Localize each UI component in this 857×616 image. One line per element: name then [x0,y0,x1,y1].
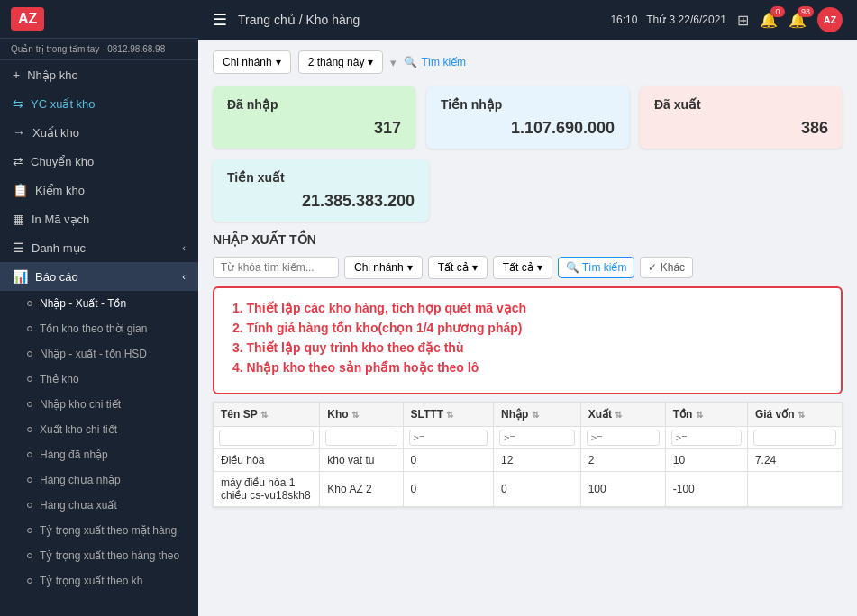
search-label: Tìm kiếm [421,56,466,68]
filter-ten-sp[interactable] [219,430,314,446]
breadcrumb-home[interactable]: Trang chủ [238,13,296,27]
sidebar-item-yc-xuat-kho[interactable]: ⇆ YC xuất kho [0,89,198,118]
col-header-xuat[interactable]: Xuất ⇅ [580,403,665,427]
period-filter[interactable]: 2 tháng này ▾ [298,50,384,74]
sidebar-sub-ty-trong-hang-theo[interactable]: Tỷ trọng xuất theo hàng theo [0,543,198,568]
sidebar-sub-hang-chua-nhap[interactable]: Hàng chưa nhập [0,467,198,493]
cell-ten-sp-1: máy điều hòa 1 chiều cs-vu18skh8 [214,472,320,507]
sidebar-sub-hang-da-nhap[interactable]: Hàng đã nhập [0,442,198,467]
col-header-ten-sp[interactable]: Tên SP ⇅ [214,403,320,427]
sidebar-sub-label-9: Tỷ trọng xuất theo mặt hàng [40,524,177,537]
sidebar-sub-the-kho[interactable]: Thẻ kho [0,367,198,392]
sidebar-label-danh-muc: Danh mục [32,241,86,255]
sidebar-sub-hang-chua-xuat[interactable]: Hàng chưa xuất [0,493,198,518]
stat-label-tien-nhap: Tiền nhập [441,97,615,112]
keyword-search-input[interactable] [213,257,339,278]
sidebar-sub-label-6: Hàng đã nhập [40,448,108,461]
sidebar-sub-nhap-kho-ct[interactable]: Nhập kho chi tiết [0,392,198,417]
sidebar-sub-nhap-xuat-ton[interactable]: Nhập - Xuất - Tồn [0,291,198,316]
sort-icon: ⇅ [615,410,622,420]
cell-slttt-1: 0 [403,472,493,507]
sidebar-sub-label-11: Tỷ trọng xuất theo kh [40,575,142,587]
filter-bar: Chi nhánh ▾ 2 tháng này ▾ ▾ 🔍 Tìm kiếm [213,50,843,74]
sidebar-item-xuat-kho[interactable]: → Xuất kho [0,118,198,147]
sort-icon: ⇅ [798,410,805,420]
page-content: Chi nhánh ▾ 2 tháng này ▾ ▾ 🔍 Tìm kiếm Đ… [198,40,857,616]
filter-ton[interactable] [671,430,742,446]
filter-nhap[interactable] [499,430,575,446]
col-header-gia-von[interactable]: Giá vốn ⇅ [747,403,842,427]
sidebar-sub-label-7: Hàng chưa nhập [40,474,121,486]
sidebar-sub-label-8: Hàng chưa xuất [40,499,117,512]
sidebar-sub-ton-kho[interactable]: Tồn kho theo thời gian [0,316,198,341]
table-branch-filter[interactable]: Chi nhánh ▾ [344,256,423,279]
dot-icon [27,578,32,584]
dot-icon [27,503,32,508]
sidebar-logo: AZ [0,0,198,39]
grid-icon-btn[interactable]: ⊞ [737,12,749,29]
sidebar-sub-label-1: Tồn kho theo thời gian [40,322,147,335]
sidebar-sub-ty-trong-mat-hang[interactable]: Tỷ trọng xuất theo mặt hàng [0,518,198,543]
stats-row: Đã nhập 317 Tiền nhập 1.107.690.000 Đã x… [213,86,843,149]
breadcrumb-current: Kho hàng [305,13,360,27]
sidebar-item-danh-muc[interactable]: ☰ Danh mục ‹ [0,233,198,262]
col-header-slttt[interactable]: SLTTT ⇅ [403,403,493,427]
filter-slttt[interactable] [409,430,488,446]
sidebar-sub-ty-trong-kh[interactable]: Tỷ trọng xuất theo kh [0,568,198,593]
sidebar-item-bao-cao[interactable]: 📊 Báo cáo ‹ [0,262,198,291]
notif-badge-1: 0 [770,6,785,17]
hamburger-icon[interactable]: ☰ [213,10,227,30]
dot-icon [27,553,32,558]
sidebar-sub-label-4: Nhập kho chi tiết [40,398,121,411]
cell-gia-von-0: 7.24 [747,449,842,472]
chevron-down-icon: ▾ [472,261,478,274]
barcode-icon: ▦ [13,212,24,226]
sidebar-sub-label-3: Thẻ kho [40,373,79,385]
table-all-filter-2[interactable]: Tất cả ▾ [493,256,552,279]
sidebar-sub-nhap-xuat-hsd[interactable]: Nhập - xuất - tồn HSD [0,341,198,367]
stat-card-tien-nhap: Tiền nhập 1.107.690.000 [426,86,629,149]
sidebar-sub-label-5: Xuất kho chi tiết [40,423,117,436]
stat-card-tien-xuat: Tiền xuất 21.385.383.200 [213,159,429,222]
table-other-label: Khác [661,261,685,274]
table-all-filter-1[interactable]: Tất cả ▾ [428,256,488,279]
col-header-nhap[interactable]: Nhập ⇅ [494,403,581,427]
sidebar-sub-xuat-kho-ct[interactable]: Xuất kho chi tiết [0,417,198,442]
cell-kho-1: Kho AZ 2 [320,472,403,507]
sidebar-item-in-ma-vach[interactable]: ▦ In Mã vạch [0,204,198,233]
sidebar-sub-label-0: Nhập - Xuất - Tồn [40,297,126,310]
sidebar-item-chuyen-kho[interactable]: ⇄ Chuyển kho [0,147,198,176]
sidebar-label-chuyen-kho: Chuyển kho [31,155,94,168]
table-all-label-2: Tất cả [503,261,533,274]
table-search-btn[interactable]: 🔍 Tìm kiếm [558,257,635,278]
chevron-down-icon: ▾ [276,56,281,68]
sidebar-item-nhap-kho[interactable]: + Nhập kho [0,60,198,89]
filter-gia-von[interactable] [753,430,836,446]
dot-icon [27,452,32,457]
col-header-kho[interactable]: Kho ⇅ [320,403,403,427]
breadcrumb-separator: / [299,13,303,27]
notif-icon-btn1[interactable]: 🔔 0 [760,12,778,29]
search-link[interactable]: 🔍 Tìm kiếm [404,56,466,68]
table-row: Điều hòa kho vat tu 0 12 2 10 7.24 [214,449,843,472]
search-icon: 🔍 [404,56,417,68]
overlay-item-3: 3. Thiết lập quy trình kho theo đặc thù [232,340,823,355]
filter-kho[interactable] [325,430,397,446]
table-other-btn[interactable]: ✓ Khác [640,257,693,278]
branch-filter[interactable]: Chi nhánh ▾ [213,50,291,74]
notif-icon-btn2[interactable]: 🔔 93 [789,12,807,29]
sort-icon: ⇅ [532,410,539,420]
main-area: ☰ Trang chủ / Kho hàng 16:10 Thứ 3 22/6/… [198,0,857,616]
cell-xuat-1: 100 [580,472,665,507]
filter-xuat[interactable] [587,430,660,446]
chevron-left-icon: ‹ [182,271,186,282]
sidebar-sub-label-10: Tỷ trọng xuất theo hàng theo [40,549,179,562]
sidebar-label-yc-xuat-kho: YC xuất kho [31,97,96,111]
sidebar-item-kiem-kho[interactable]: 📋 Kiểm kho [0,176,198,204]
chevron-right-icon: ‹ [182,242,186,253]
dot-icon [27,477,32,483]
col-header-ton[interactable]: Tồn ⇅ [665,403,747,427]
avatar[interactable]: AZ [817,7,843,32]
exchange-icon: ⇆ [13,96,23,111]
overlay-item-4: 4. Nhập kho theo sản phẩm hoặc theo lô [232,360,823,375]
